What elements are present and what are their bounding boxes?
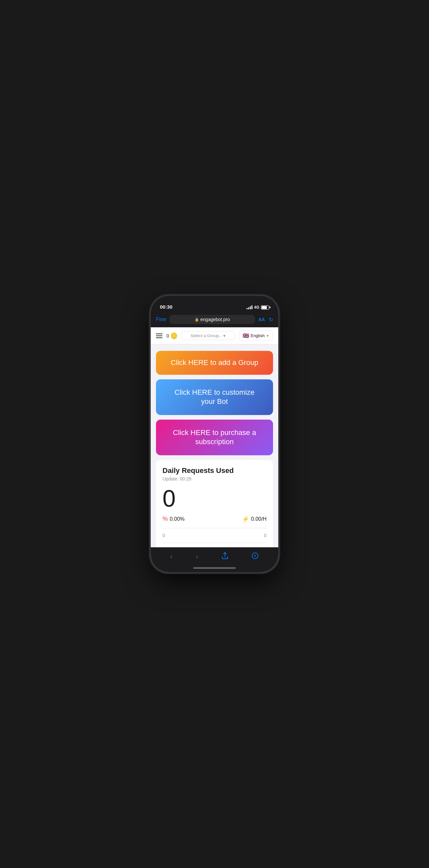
- notch: [193, 296, 236, 307]
- coins-badge: 0 🪙: [166, 332, 177, 339]
- battery-icon: [261, 305, 269, 310]
- stats-count: 0: [163, 487, 266, 510]
- browser-nav-back-button[interactable]: ‹: [168, 551, 175, 562]
- coins-icon: 🪙: [170, 332, 177, 339]
- footer-right-value: 0: [264, 533, 266, 538]
- browser-actions: AA ↻: [258, 316, 273, 323]
- footer-left-value: 0: [163, 533, 165, 538]
- share-button[interactable]: [219, 551, 231, 563]
- hamburger-menu-button[interactable]: [156, 334, 163, 338]
- customize-bot-button-label: Click HERE to customize your Bot: [175, 388, 255, 406]
- purchase-subscription-button[interactable]: Click HERE to purchase a subscription: [156, 420, 273, 455]
- app-toolbar: 0 🪙 Select a Group.. ▼ 🇬🇧 English ▼: [151, 327, 278, 344]
- percent-value: 0.00%: [170, 516, 185, 522]
- stats-title: Daily Requests Used: [163, 466, 266, 475]
- percent-metric: % 0.00%: [163, 516, 185, 522]
- bottom-browser-bar: ‹ ›: [151, 547, 278, 565]
- language-text: English: [251, 333, 265, 338]
- add-group-button-label: Click HERE to add a Group: [171, 358, 258, 368]
- status-icons: 4G: [246, 305, 269, 310]
- browser-nav-forward-button[interactable]: ›: [193, 551, 201, 562]
- browser-aa-button[interactable]: AA: [258, 317, 265, 322]
- rate-value: 0.00/H: [251, 516, 266, 522]
- lock-icon: 🔒: [195, 317, 199, 322]
- add-group-button[interactable]: Click HERE to add a Group: [156, 351, 273, 375]
- browser-bar: Fine 🔒 engagebot.pro AA ↻: [151, 312, 278, 327]
- language-select-dropdown[interactable]: 🇬🇧 English ▼: [239, 331, 273, 341]
- phone-frame: 00:30 4G Fine 🔒: [151, 296, 278, 572]
- signal-bars-icon: [246, 305, 253, 309]
- group-select-dropdown[interactable]: Select a Group.. ▼: [182, 331, 235, 340]
- divider-2: [163, 542, 266, 543]
- stats-card: Daily Requests Used Update: 00:29 0 % 0.…: [156, 460, 273, 547]
- coins-count: 0: [166, 333, 169, 338]
- home-bar: [193, 567, 236, 569]
- home-indicator: [151, 565, 278, 572]
- browser-url-bar[interactable]: 🔒 engagebot.pro: [169, 315, 255, 324]
- network-label: 4G: [254, 305, 259, 310]
- purchase-button-label: Click HERE to purchase a subscription: [173, 428, 256, 447]
- browser-back-button[interactable]: Fine: [156, 316, 166, 322]
- customize-bot-button[interactable]: Click HERE to customize your Bot: [156, 379, 273, 415]
- lang-chevron-down-icon: ▼: [266, 334, 269, 338]
- stats-metrics: % 0.00% ⚡ 0.00/H: [163, 516, 266, 523]
- chevron-down-icon: ▼: [223, 334, 226, 338]
- flag-icon: 🇬🇧: [243, 333, 249, 339]
- group-select-text: Select a Group..: [191, 333, 221, 338]
- browser-url-text: engagebot.pro: [200, 317, 230, 322]
- compass-button[interactable]: [249, 551, 261, 563]
- lightning-icon: ⚡: [242, 516, 249, 523]
- hamburger-line-2: [156, 336, 163, 336]
- hamburger-line-1: [156, 334, 163, 334]
- status-time: 00:30: [160, 304, 172, 310]
- main-content: Click HERE to add a Group Click HERE to …: [151, 344, 278, 547]
- rate-metric: ⚡ 0.00/H: [242, 516, 266, 523]
- percent-icon: %: [163, 516, 168, 522]
- stats-update-time: Update: 00:29: [163, 476, 266, 482]
- divider-1: [163, 528, 266, 528]
- browser-refresh-button[interactable]: ↻: [269, 316, 273, 323]
- hamburger-line-3: [156, 337, 163, 338]
- stats-footer: 0 0: [163, 531, 266, 539]
